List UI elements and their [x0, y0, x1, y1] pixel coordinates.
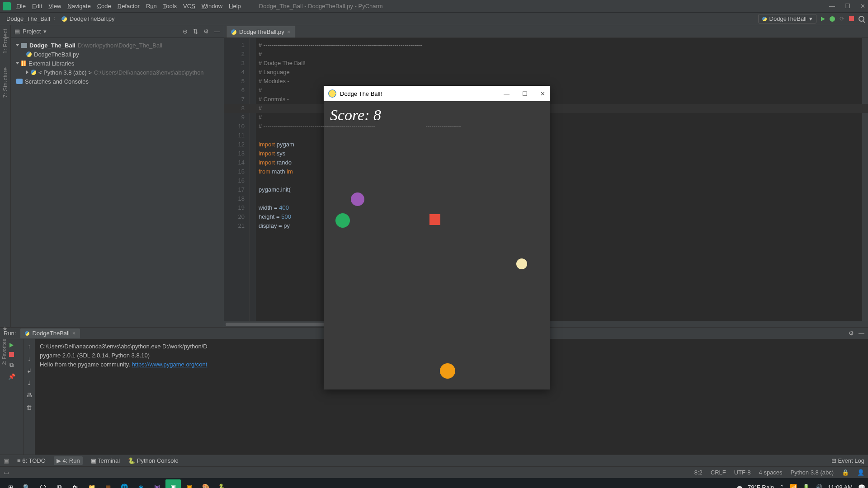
- sidebar-tab-project[interactable]: 1: Project: [2, 29, 9, 54]
- status-lock-icon[interactable]: ▭: [4, 469, 9, 476]
- scratches-icon: [16, 79, 23, 84]
- menu-vcs[interactable]: VCS: [183, 3, 195, 9]
- chevron-down-icon[interactable]: [16, 44, 19, 47]
- app-edge-icon[interactable]: ◉: [133, 479, 148, 488]
- expand-icon[interactable]: ⇅: [193, 28, 198, 35]
- toolwin-terminal[interactable]: ▣ Terminal: [91, 457, 120, 464]
- menu-code[interactable]: Code: [97, 3, 111, 9]
- app-explorer-icon[interactable]: 📁: [84, 479, 99, 488]
- hide-icon[interactable]: —: [214, 28, 220, 35]
- status-encoding[interactable]: UTF-8: [734, 469, 751, 476]
- tree-python-env[interactable]: < Python 3.8 (abc) > C:\Users\Dell\anaco…: [11, 68, 224, 77]
- breadcrumb-file[interactable]: DodgeTheBall.py: [70, 15, 115, 22]
- window-maximize-icon[interactable]: ❐: [845, 3, 850, 9]
- tray-notifications-icon[interactable]: 💬: [858, 484, 865, 488]
- wrap-icon[interactable]: ↲: [27, 367, 32, 374]
- window-minimize-icon[interactable]: —: [829, 3, 835, 9]
- menu-help[interactable]: Help: [229, 3, 241, 9]
- chevron-right-icon[interactable]: [26, 70, 28, 74]
- down-arrow-icon[interactable]: ↓: [28, 355, 31, 362]
- stripe-square-icon[interactable]: ▣: [4, 457, 9, 464]
- run-tab[interactable]: DodgeTheBall ×: [20, 328, 80, 338]
- game-object: [516, 258, 527, 269]
- app-pygame-icon[interactable]: 🐍: [214, 479, 230, 488]
- console-link[interactable]: https://www.pygame.org/cont: [132, 361, 208, 368]
- locate-icon[interactable]: ⊕: [183, 28, 188, 35]
- status-position[interactable]: 8:2: [694, 469, 703, 476]
- cortana-icon[interactable]: ◯: [35, 479, 51, 488]
- search-everywhere-button[interactable]: [859, 16, 864, 22]
- close-tab-icon[interactable]: ×: [72, 330, 76, 337]
- app-pycharm-icon[interactable]: ▣: [165, 479, 181, 488]
- run-button[interactable]: [821, 17, 825, 21]
- run-settings-gear-icon[interactable]: ⚙: [849, 330, 854, 337]
- project-tree[interactable]: Dodge_The_Ball D:\work\python\Dodge_The_…: [11, 38, 224, 89]
- status-read-lock-icon[interactable]: 🔒: [842, 469, 849, 476]
- fold-gutter[interactable]: [250, 38, 256, 321]
- taskview-icon[interactable]: ⧉: [52, 479, 67, 488]
- app-store-icon[interactable]: 🛍: [68, 479, 83, 488]
- project-header-label[interactable]: Project: [23, 28, 41, 35]
- sidebar-tab-structure[interactable]: 7: Structure: [2, 67, 9, 98]
- print-icon[interactable]: 🖶: [26, 392, 32, 399]
- menu-window[interactable]: Window: [202, 3, 222, 9]
- favorites-star-icon[interactable]: ★: [2, 325, 8, 332]
- layout-icon[interactable]: ⧉: [9, 361, 14, 369]
- tree-file[interactable]: DodgeTheBall.py: [11, 50, 224, 59]
- stop-button[interactable]: [849, 16, 854, 21]
- weather-icon[interactable]: 🌧: [736, 484, 742, 488]
- menu-navigate[interactable]: Navigate: [67, 3, 90, 9]
- line-gutter[interactable]: 123456789101112131415161718192021: [224, 38, 250, 321]
- status-bar: ▭ 8:2 CRLF UTF-8 4 spaces Python 3.8 (ab…: [0, 466, 868, 478]
- app-office-icon[interactable]: ▤: [100, 479, 116, 488]
- menu-file[interactable]: File: [16, 3, 26, 9]
- app-misc-icon[interactable]: 🎨: [198, 479, 213, 488]
- scroll-icon[interactable]: ⤓: [27, 380, 32, 386]
- settings-gear-icon[interactable]: ⚙: [203, 28, 209, 35]
- status-indent[interactable]: 4 spaces: [759, 469, 783, 476]
- chevron-down-icon[interactable]: ▾: [43, 28, 47, 35]
- app-chrome-icon[interactable]: 🌐: [117, 479, 132, 488]
- toolwin-todo[interactable]: ≡ 6: TODO: [17, 457, 46, 464]
- tree-root[interactable]: Dodge_The_Ball D:\work\python\Dodge_The_…: [11, 41, 224, 50]
- menu-tools[interactable]: Tools: [163, 3, 177, 9]
- window-close-icon[interactable]: ✕: [860, 3, 865, 9]
- rerun-button[interactable]: [9, 343, 14, 347]
- status-interpreter[interactable]: Python 3.8 (abc): [791, 469, 834, 476]
- toolwin-eventlog[interactable]: ⊟ Event Log: [831, 457, 864, 464]
- menu-refactor[interactable]: Refactor: [118, 3, 140, 9]
- start-button[interactable]: ⊞: [3, 479, 18, 488]
- app-sublime-icon[interactable]: ▣: [182, 479, 197, 488]
- debug-button[interactable]: [830, 16, 835, 22]
- editor-tab[interactable]: DodgeTheBall.py ×: [226, 26, 295, 38]
- menu-run[interactable]: Run: [146, 3, 157, 9]
- run-coverage-button[interactable]: ⟳: [840, 15, 844, 22]
- status-line-sep[interactable]: CRLF: [711, 469, 726, 476]
- weather-text[interactable]: 79°F Rain: [748, 484, 774, 488]
- breadcrumb-root[interactable]: Dodge_The_Ball: [6, 15, 50, 22]
- stop-button[interactable]: [9, 352, 14, 357]
- tray-clock[interactable]: 11:09 AM: [828, 484, 853, 488]
- trash-icon[interactable]: 🗑: [26, 404, 32, 411]
- editor-scrollbar[interactable]: [862, 38, 868, 321]
- run-config-selector[interactable]: DodgeTheBall ▾: [758, 14, 816, 23]
- tray-chevron-icon[interactable]: ⌃: [779, 484, 784, 488]
- menu-edit[interactable]: Edit: [32, 3, 42, 9]
- menu-view[interactable]: View: [48, 3, 61, 9]
- app-vs-icon[interactable]: ⋈: [149, 479, 165, 488]
- run-hide-icon[interactable]: —: [859, 330, 864, 337]
- sidebar-tab-favorites[interactable]: 2: Favorites: [1, 339, 7, 365]
- up-arrow-icon[interactable]: ↑: [28, 343, 31, 350]
- tray-battery-icon[interactable]: 🔋: [802, 484, 810, 488]
- search-button[interactable]: 🔍: [19, 479, 34, 488]
- chevron-down-icon[interactable]: [16, 62, 19, 65]
- tree-scratches[interactable]: Scratches and Consoles: [11, 77, 224, 86]
- status-inspect-icon[interactable]: 👤: [857, 469, 864, 476]
- pin-icon[interactable]: 📌: [8, 373, 15, 380]
- toolwin-run[interactable]: ▶ 4: Run: [54, 456, 83, 465]
- close-tab-icon[interactable]: ×: [287, 28, 291, 35]
- tray-volume-icon[interactable]: 🔊: [815, 484, 822, 488]
- toolwin-python-console[interactable]: 🐍 Python Console: [128, 457, 178, 464]
- tray-wifi-icon[interactable]: 📶: [790, 484, 797, 488]
- tree-external-libs[interactable]: External Libraries: [11, 59, 224, 68]
